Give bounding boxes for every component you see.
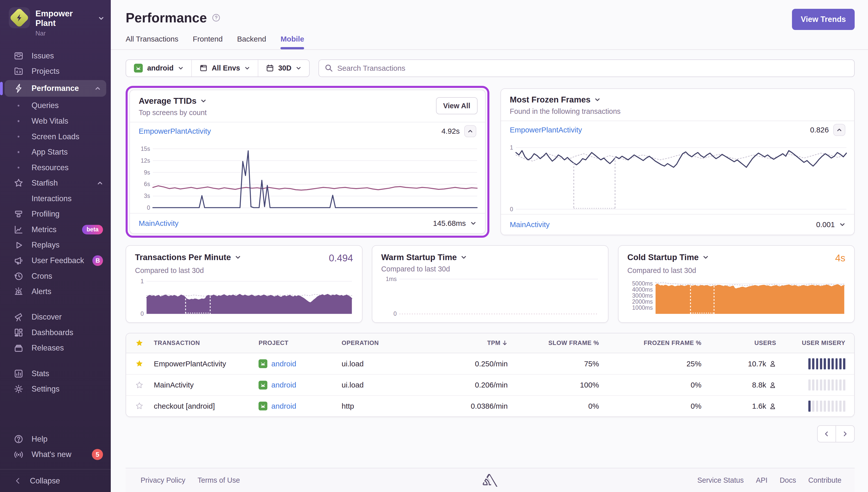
privacy-policy-link[interactable]: Privacy Policy: [141, 476, 185, 485]
previous-page-button[interactable]: [817, 425, 836, 442]
transaction-link[interactable]: MainActivity: [139, 219, 178, 228]
sidebar-item-user-feedback[interactable]: User FeedbackB: [0, 253, 111, 268]
sidebar-item-replays[interactable]: Replays: [0, 238, 111, 253]
sidebar-item-interactions[interactable]: Interactions: [0, 191, 111, 206]
project-link[interactable]: android: [258, 381, 341, 390]
sidebar-item-stats[interactable]: Stats: [0, 366, 111, 382]
chevron-down-icon[interactable]: [703, 254, 709, 260]
frozen-frames-card: Most Frozen Frames Found in the followin…: [501, 89, 854, 235]
transaction-link[interactable]: checkout [android]: [154, 402, 258, 411]
pagination: [126, 425, 854, 442]
chevron-down-icon[interactable]: [200, 98, 206, 104]
sidebar-item-label: Projects: [31, 67, 59, 76]
sidebar-item-app-starts[interactable]: App Starts: [0, 144, 111, 160]
collapse-row-button[interactable]: [833, 124, 845, 136]
tpm-title: Transactions Per Minute: [135, 252, 231, 262]
star-column-header[interactable]: [135, 339, 154, 347]
chevron-down-icon[interactable]: [470, 220, 476, 226]
android-icon: [134, 64, 143, 73]
sidebar-item-issues[interactable]: Issues: [0, 48, 111, 64]
col-project[interactable]: PROJECT: [258, 339, 341, 346]
transaction-link[interactable]: EmpowerPlantActivity: [154, 360, 258, 368]
col-users[interactable]: USERS: [755, 339, 776, 346]
star-toggle[interactable]: [135, 359, 154, 368]
sidebar-item-label: Profiling: [31, 210, 59, 219]
chevron-down-icon[interactable]: [235, 254, 241, 260]
sidebar-item-collapse[interactable]: Collapse: [0, 469, 111, 492]
sidebar-item-screen-loads[interactable]: Screen Loads: [0, 129, 111, 145]
ttids-row-mainactivity: MainActivity 145.68ms: [130, 213, 485, 233]
sidebar-item-dashboards[interactable]: Dashboards: [0, 325, 111, 340]
project-link[interactable]: android: [258, 401, 341, 411]
table-body: EmpowerPlantActivityandroidui.load0.250/…: [126, 353, 854, 416]
tab-all-transactions[interactable]: All Transactions: [126, 35, 178, 49]
tpm-cell: 0.0386/min: [471, 402, 508, 411]
sidebar-item-label: Issues: [31, 51, 54, 60]
col-frozen-frame[interactable]: FROZEN FRAME %: [644, 339, 701, 346]
api-link[interactable]: API: [756, 476, 768, 485]
transaction-link[interactable]: EmpowerPlantActivity: [139, 127, 211, 136]
table-row: checkout [android]androidhttp0.0386/min0…: [126, 395, 854, 416]
collapse-row-button[interactable]: [464, 125, 476, 137]
view-all-button[interactable]: View All: [436, 97, 478, 114]
chevron-down-icon[interactable]: [839, 222, 845, 228]
sidebar-item-profiling[interactable]: Profiling: [0, 206, 111, 222]
avg-ttids-chart: 15s12s9s6s3s0: [133, 141, 479, 211]
col-tpm[interactable]: TPM: [487, 339, 508, 346]
date-filter-label: 30D: [278, 64, 291, 72]
sidebar-item-resources[interactable]: Resources: [0, 160, 111, 175]
star-toggle[interactable]: [135, 401, 154, 411]
transaction-link[interactable]: EmpowerPlantActivity: [510, 126, 582, 134]
col-slow-frame[interactable]: SLOW FRAME %: [548, 339, 599, 346]
filter-bar: android All Envs 30D: [126, 59, 854, 77]
chevron-down-icon[interactable]: [461, 254, 467, 260]
sort-desc-icon: [502, 340, 508, 346]
col-operation[interactable]: OPERATION: [341, 339, 433, 346]
env-filter[interactable]: All Envs: [191, 60, 258, 77]
tab-backend[interactable]: Backend: [237, 35, 266, 49]
starfish-icon: [14, 178, 24, 188]
view-trends-button[interactable]: View Trends: [792, 9, 854, 30]
date-filter[interactable]: 30D: [258, 60, 309, 77]
help-question-icon[interactable]: [212, 14, 220, 22]
sidebar-item-starfish[interactable]: Starfish: [0, 175, 111, 191]
org-switcher[interactable]: Empower Plant Nar: [0, 0, 111, 41]
docs-link[interactable]: Docs: [780, 476, 796, 485]
search-input[interactable]: [337, 64, 848, 73]
org-subtitle: Nar: [35, 30, 104, 37]
col-user-misery[interactable]: USER MISERY: [802, 339, 845, 346]
collapse-icon: [14, 476, 22, 485]
badge: B: [93, 255, 103, 266]
sidebar-item-alerts[interactable]: Alerts: [0, 284, 111, 299]
sidebar-item-crons[interactable]: Crons: [0, 268, 111, 284]
col-transaction[interactable]: TRANSACTION: [154, 339, 258, 346]
frozen-frame-cell: 0%: [691, 381, 701, 389]
sidebar-item-what-s-new[interactable]: What's new5: [0, 447, 111, 463]
star-toggle[interactable]: [135, 381, 154, 390]
user-misery-bars: [808, 401, 845, 412]
chevron-down-icon[interactable]: [594, 97, 601, 103]
sidebar-item-queries[interactable]: Queries: [0, 98, 111, 114]
sidebar-item-metrics[interactable]: Metricsbeta: [0, 222, 111, 238]
org-avatar: [9, 7, 30, 28]
sidebar-item-help[interactable]: Help: [0, 431, 111, 447]
dashboards-icon: [14, 327, 24, 338]
tab-frontend[interactable]: Frontend: [193, 35, 223, 49]
sidebar-item-performance[interactable]: Performance: [4, 80, 106, 97]
project-link[interactable]: android: [258, 359, 341, 368]
terms-of-use-link[interactable]: Terms of Use: [198, 476, 240, 485]
transaction-link[interactable]: MainActivity: [510, 220, 550, 229]
sidebar-item-discover[interactable]: Discover: [0, 309, 111, 325]
transaction-link[interactable]: MainActivity: [154, 381, 258, 389]
projects-icon: [14, 66, 24, 77]
contribute-link[interactable]: Contribute: [808, 476, 842, 485]
frozen-value: 0.001: [816, 220, 835, 229]
sidebar-item-projects[interactable]: Projects: [0, 64, 111, 79]
sidebar-item-settings[interactable]: Settings: [0, 381, 111, 397]
sidebar-item-releases[interactable]: Releases: [0, 340, 111, 356]
sidebar-item-web-vitals[interactable]: Web Vitals: [0, 113, 111, 129]
service-status-link[interactable]: Service Status: [697, 476, 744, 485]
tab-mobile[interactable]: Mobile: [280, 35, 304, 49]
project-filter[interactable]: android: [126, 60, 191, 77]
next-page-button[interactable]: [836, 425, 855, 442]
